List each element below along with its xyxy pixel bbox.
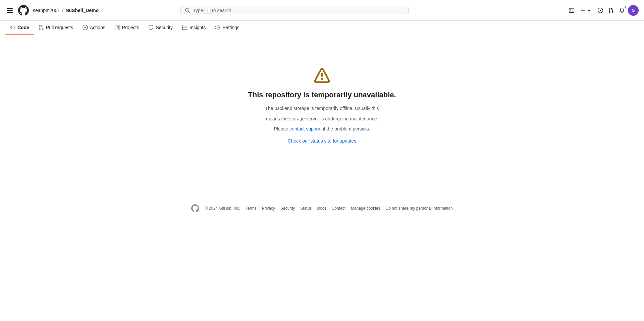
tab-security-label: Security (156, 25, 173, 30)
path-separator: / (62, 7, 63, 13)
actions-icon (83, 25, 88, 30)
footer-link-privacy-data[interactable]: Do not share my personal information (385, 206, 452, 211)
error-pre-link: Please (274, 126, 289, 131)
error-description-line3: Please contact support if the problem pe… (274, 125, 370, 132)
tab-insights[interactable]: Insights (177, 21, 210, 35)
tab-projects-label: Projects (122, 25, 139, 30)
chevron-down-icon (586, 8, 592, 13)
pr-icon (39, 25, 44, 30)
footer-link-status[interactable]: Status (300, 206, 312, 211)
settings-icon (215, 25, 220, 30)
tab-pull-requests-label: Pull requests (46, 25, 73, 30)
main-content: This repository is temporarily unavailab… (0, 35, 644, 169)
footer-link-security[interactable]: Security (280, 206, 295, 211)
tab-code[interactable]: Code (5, 21, 34, 35)
create-button[interactable] (578, 6, 594, 15)
pull-requests-nav-icon (608, 8, 614, 13)
warning-icon (314, 68, 330, 84)
tab-projects[interactable]: Projects (110, 21, 144, 35)
error-description-line1: The backend storage is temporarily offli… (265, 105, 379, 112)
footer-copyright: © 2024 GitHub, Inc. (205, 206, 240, 211)
search-icon (185, 8, 190, 13)
insights-icon (182, 25, 187, 30)
github-logo[interactable] (18, 5, 29, 16)
plus-icon (580, 8, 586, 13)
tab-actions-label: Actions (90, 25, 105, 30)
search-placeholder-text: Type / to search (193, 8, 404, 13)
footer-link-terms[interactable]: Terms (246, 206, 257, 211)
tab-actions[interactable]: Actions (78, 21, 110, 35)
nav-right: S (567, 5, 639, 16)
search-shortcut-key: / (204, 8, 211, 14)
notification-dot (624, 6, 627, 8)
tab-pull-requests[interactable]: Pull requests (34, 21, 78, 35)
status-site-link[interactable]: Check our status site for updates (288, 138, 357, 144)
repo-path: seanpm2001 / NuShell_Demo (33, 7, 99, 13)
tab-insights-label: Insights (190, 25, 206, 30)
hamburger-button[interactable] (5, 7, 14, 14)
tab-security[interactable]: Security (144, 21, 177, 35)
footer-github-logo (191, 204, 199, 212)
notifications-icon (619, 8, 625, 13)
error-title: This repository is temporarily unavailab… (248, 91, 396, 99)
projects-icon (115, 25, 120, 30)
nav-left: seanpm2001 / NuShell_Demo (5, 5, 99, 16)
tab-settings[interactable]: Settings (210, 21, 244, 35)
repo-owner-link[interactable]: seanpm2001 (33, 8, 60, 13)
contact-support-link[interactable]: contact support (289, 126, 322, 131)
search-bar[interactable]: Type / to search (180, 6, 409, 15)
footer-link-docs[interactable]: Docs (317, 206, 326, 211)
issues-icon (598, 8, 603, 13)
footer-link-cookies[interactable]: Manage cookies (351, 206, 380, 211)
issues-button[interactable] (596, 6, 605, 15)
error-post-link: if the problem persists. (322, 126, 370, 131)
code-icon (10, 25, 15, 30)
repo-navigation: Code Pull requests Actions Projects Secu… (0, 21, 644, 35)
terminal-icon (569, 8, 574, 13)
error-description-line2: means the storage server is undergoing m… (266, 115, 378, 122)
avatar[interactable]: S (628, 5, 639, 16)
footer-link-privacy[interactable]: Privacy (262, 206, 275, 211)
tab-settings-label: Settings (222, 25, 239, 30)
repo-name-link[interactable]: NuShell_Demo (65, 8, 99, 13)
terminal-button[interactable] (567, 6, 576, 15)
page-footer: © 2024 GitHub, Inc. Terms Privacy Securi… (0, 196, 644, 220)
tab-code-label: Code (17, 25, 29, 30)
footer-link-contact[interactable]: Contact (332, 206, 345, 211)
pull-requests-nav-button[interactable] (606, 6, 616, 15)
notifications-wrap (617, 6, 627, 15)
security-icon (148, 25, 154, 30)
top-navigation: seanpm2001 / NuShell_Demo Type / to sear… (0, 0, 644, 21)
